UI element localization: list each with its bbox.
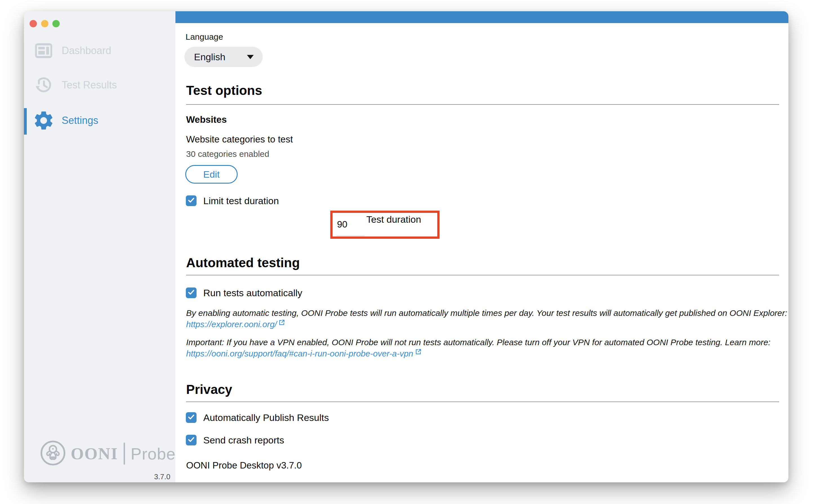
dashboard-icon [32, 43, 55, 59]
run-tests-automatically-label: Run tests automatically [203, 287, 302, 298]
explorer-link[interactable]: https://explorer.ooni.org/ [186, 319, 787, 330]
test-duration-input[interactable]: 90 [337, 219, 347, 230]
ooni-wordmark: OONI [71, 444, 118, 463]
website-categories-label: Website categories to test [186, 134, 293, 145]
explorer-note-text: By enabling automatic testing, OONI Prob… [186, 307, 787, 319]
publish-results-checkbox[interactable] [186, 412, 197, 423]
section-heading-automated-testing: Automated testing [186, 255, 300, 270]
probe-wordmark: Probe [131, 444, 176, 463]
sidebar-item-label: Dashboard [62, 45, 111, 57]
limit-test-duration-checkbox[interactable] [186, 195, 197, 206]
publish-results-label: Automatically Publish Results [203, 412, 329, 423]
section-heading-test-options: Test options [186, 83, 262, 98]
window-zoom-button[interactable] [52, 20, 60, 27]
checkmark-icon [187, 288, 195, 297]
categories-enabled-status: 30 categories enabled [186, 149, 269, 159]
limit-test-duration-row: Limit test duration [186, 195, 279, 207]
run-tests-automatically-row: Run tests automatically [186, 287, 302, 299]
window-minimize-button[interactable] [41, 20, 48, 27]
language-label: Language [186, 32, 223, 42]
section-divider [186, 275, 779, 275]
ooni-octopus-icon [40, 440, 66, 467]
explorer-note-paragraph: By enabling automatic testing, OONI Prob… [186, 307, 787, 330]
sidebar-item-settings[interactable]: Settings [24, 108, 175, 133]
language-selected-value: English [194, 52, 226, 63]
vpn-note-text: Important: If you have a VPN enabled, OO… [186, 337, 770, 348]
sidebar-item-dashboard[interactable]: Dashboard [24, 39, 175, 63]
publish-results-row: Automatically Publish Results [186, 411, 329, 424]
screenshot-canvas: Dashboard Test Results [0, 0, 816, 504]
section-divider [186, 402, 779, 402]
external-link-icon [278, 317, 285, 329]
sidebar-item-label: Settings [62, 115, 98, 126]
language-select[interactable]: English [184, 47, 263, 67]
sidebar: Dashboard Test Results [24, 11, 175, 482]
sidebar-item-test-results[interactable]: Test Results [24, 73, 175, 97]
section-divider [186, 104, 779, 105]
chevron-down-icon [247, 55, 254, 59]
app-window: Dashboard Test Results [24, 11, 788, 482]
websites-subheading: Websites [186, 114, 227, 125]
app-header-bar [175, 11, 788, 23]
run-tests-automatically-checkbox[interactable] [186, 287, 197, 298]
send-crash-reports-row: Send crash reports [186, 434, 284, 446]
vpn-faq-link[interactable]: https://ooni.org/support/faq/#can-i-run-… [186, 348, 770, 359]
edit-categories-button[interactable]: Edit [185, 165, 238, 184]
sidebar-version: 3.7.0 [154, 472, 170, 481]
history-clock-icon [32, 76, 55, 94]
send-crash-reports-checkbox[interactable] [186, 435, 197, 445]
window-close-button[interactable] [30, 20, 37, 27]
vpn-note-paragraph: Important: If you have a VPN enabled, OO… [186, 337, 770, 359]
checkmark-icon [187, 413, 195, 422]
send-crash-reports-label: Send crash reports [203, 435, 284, 446]
vpn-faq-link-text: https://ooni.org/support/faq/#can-i-run-… [186, 348, 413, 359]
limit-test-duration-label: Limit test duration [203, 195, 279, 206]
explorer-link-text: https://explorer.ooni.org/ [186, 319, 277, 330]
checkmark-icon [187, 436, 195, 445]
active-item-indicator [24, 108, 27, 135]
app-version-text: OONI Probe Desktop v3.7.0 [186, 460, 302, 471]
checkmark-icon [187, 196, 195, 205]
settings-page: Language English Test options Websites W… [175, 11, 788, 482]
input-underline [336, 235, 365, 236]
ooni-logo: OONI Probe [40, 440, 176, 467]
gear-icon [32, 109, 55, 132]
external-link-icon [415, 347, 422, 358]
annotation-highlight-rect: Test duration 90 [330, 211, 440, 239]
logo-divider [124, 443, 125, 465]
section-heading-privacy: Privacy [186, 382, 232, 397]
sidebar-item-label: Test Results [62, 79, 117, 91]
test-duration-label: Test duration [366, 214, 421, 225]
